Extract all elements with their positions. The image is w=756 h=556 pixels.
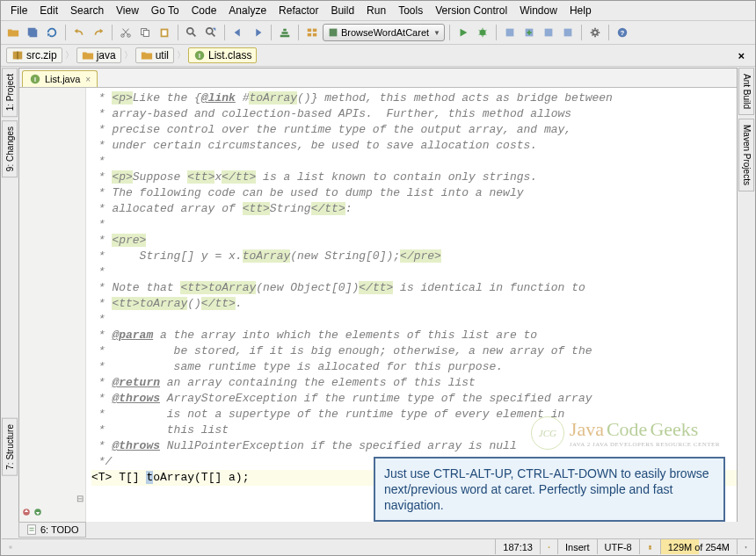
chevron-right-icon: 〉 [124, 49, 133, 61]
svg-rect-5 [143, 30, 149, 36]
menu-run[interactable]: Run [360, 3, 392, 18]
menu-code[interactable]: Code [185, 3, 223, 18]
status-position[interactable]: 187:13 [495, 539, 540, 554]
svg-text:I: I [199, 53, 200, 59]
override-down-icon[interactable] [33, 507, 43, 517]
run-configuration-combo[interactable]: BrowseWordAtCaret ▼ [323, 24, 445, 41]
svg-rect-13 [313, 33, 316, 37]
folder-icon [141, 49, 153, 61]
vcs-revert-icon[interactable] [559, 24, 577, 41]
menu-refactor[interactable]: Refactor [273, 3, 324, 18]
back-icon[interactable] [229, 24, 247, 41]
menu-view[interactable]: View [110, 3, 145, 18]
tool-window-project[interactable]: 1: Project [2, 68, 18, 117]
svg-text:I: I [34, 76, 36, 83]
menu-search[interactable]: Search [64, 3, 110, 18]
tool-window-structure[interactable]: 7: Structure [2, 418, 18, 476]
help-icon[interactable]: ? [614, 24, 631, 41]
breadcrumb: src.zip 〉 java 〉 util 〉 I List.class × [1, 45, 755, 67]
svg-rect-16 [506, 29, 514, 37]
debug-icon[interactable] [474, 24, 491, 41]
paste-icon[interactable] [156, 24, 173, 41]
interface-icon: I [193, 49, 206, 61]
todo-icon [25, 524, 38, 536]
chevron-right-icon: 〉 [177, 49, 185, 61]
redo-icon[interactable] [90, 24, 107, 41]
menu-analyze[interactable]: Analyze [222, 3, 273, 18]
open-icon[interactable] [4, 24, 22, 41]
svg-text:?: ? [621, 29, 625, 37]
override-up-icon[interactable] [21, 507, 32, 517]
status-encoding[interactable]: UTF-8 [597, 539, 639, 554]
status-bar: 187:13 Insert UTF-8 129M of 254M [2, 538, 754, 554]
folder-icon [82, 49, 94, 61]
svg-rect-14 [330, 29, 338, 37]
find-icon[interactable] [183, 24, 200, 41]
tab-close-icon[interactable]: × [84, 75, 91, 84]
interface-icon: I [29, 73, 41, 85]
menu-window[interactable]: Window [513, 3, 563, 18]
svg-rect-33 [10, 546, 12, 547]
close-icon[interactable]: × [732, 49, 750, 62]
svg-rect-32 [10, 545, 12, 546]
gutter[interactable]: ⊟ [19, 88, 86, 523]
info-tooltip: Just use CTRL-ALT-UP, CTRL-ALT-DOWN to e… [374, 457, 725, 522]
editor-tab-list[interactable]: I List.java × [22, 70, 98, 87]
vcs-commit-icon[interactable] [520, 24, 538, 41]
svg-point-8 [187, 28, 193, 34]
svg-rect-35 [549, 546, 550, 547]
tool-window-ant[interactable]: Ant Build [738, 68, 754, 115]
cut-icon[interactable] [117, 24, 134, 41]
menu-file[interactable]: File [4, 3, 33, 18]
svg-rect-31 [28, 525, 36, 535]
breadcrumb-util[interactable]: util [135, 47, 174, 63]
replace-icon[interactable] [202, 24, 220, 41]
svg-rect-12 [308, 33, 311, 37]
plugin-icon [327, 26, 339, 39]
tool-window-todo[interactable]: 6: TODO [18, 522, 86, 538]
refresh-icon[interactable] [43, 24, 61, 41]
fold-end-icon[interactable]: ⊟ [76, 494, 84, 503]
settings-icon[interactable] [586, 24, 604, 41]
svg-rect-34 [10, 547, 12, 548]
menu-vcs[interactable]: Version Control [429, 3, 513, 18]
archive-icon [11, 49, 24, 61]
main-toolbar: BrowseWordAtCaret ▼ ? [1, 21, 755, 45]
svg-rect-1 [30, 30, 38, 38]
status-lock-icon[interactable] [540, 539, 557, 554]
menu-goto[interactable]: Go To [145, 3, 185, 18]
svg-point-20 [592, 30, 597, 34]
menu-help[interactable]: Help [563, 3, 598, 18]
editor-tabs: I List.java × [19, 69, 737, 88]
vcs-update-icon[interactable] [501, 24, 519, 41]
menu-build[interactable]: Build [324, 3, 360, 18]
svg-point-36 [649, 545, 651, 547]
breadcrumb-list[interactable]: I List.class [188, 47, 257, 63]
chevron-down-icon: ▼ [433, 29, 440, 37]
menu-edit[interactable]: Edit [33, 3, 64, 18]
run-icon[interactable] [454, 24, 472, 41]
breadcrumb-src[interactable]: src.zip [6, 47, 62, 63]
bottom-toolbar: 6: TODO [18, 522, 738, 538]
svg-rect-11 [313, 29, 316, 32]
status-memory[interactable]: 129M of 254M [660, 539, 737, 554]
menu-bar: File Edit Search View Go To Code Analyze… [1, 1, 755, 21]
forward-icon[interactable] [249, 24, 266, 41]
breadcrumb-java[interactable]: java [76, 47, 121, 63]
status-insert[interactable]: Insert [557, 539, 597, 554]
vcs-history-icon[interactable] [540, 24, 557, 41]
status-trash-icon[interactable] [737, 539, 754, 554]
svg-rect-24 [17, 52, 18, 60]
save-all-icon[interactable] [24, 24, 41, 41]
svg-point-9 [207, 28, 213, 34]
undo-icon[interactable] [70, 24, 88, 41]
tool-window-maven[interactable]: Maven Projects [738, 119, 754, 191]
tool-window-changes[interactable]: 9: Changes [2, 120, 18, 177]
build-icon[interactable] [276, 24, 294, 41]
menu-tools[interactable]: Tools [392, 3, 429, 18]
copy-icon[interactable] [136, 24, 154, 41]
run-config-icon[interactable] [303, 24, 321, 41]
svg-rect-19 [564, 29, 572, 37]
status-inspector-icon[interactable] [639, 539, 660, 554]
status-menu-icon[interactable] [2, 539, 19, 554]
